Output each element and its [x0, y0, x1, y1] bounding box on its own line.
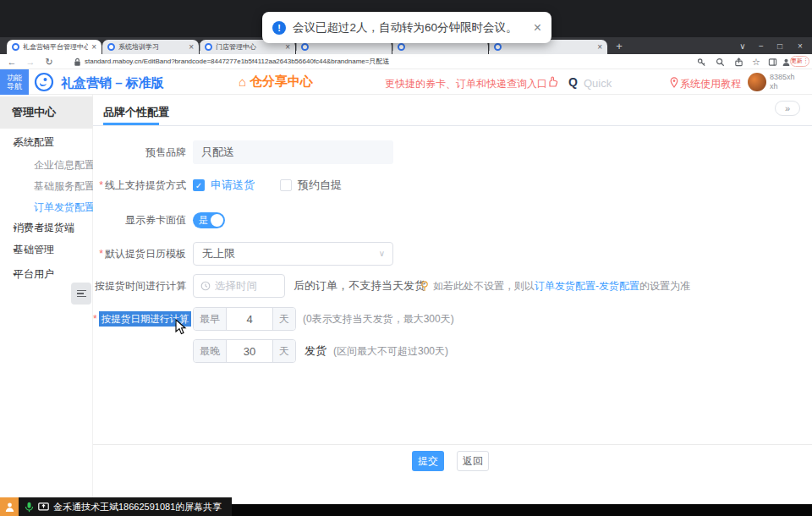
back-icon[interactable]: ← [5, 54, 19, 69]
ship-text: 发货 [304, 343, 326, 359]
window-minimize-icon[interactable]: − [753, 37, 770, 54]
tab-close-icon[interactable]: × [597, 43, 602, 52]
time-suffix-text: 后的订单，不支持当天发货 [294, 278, 425, 294]
user-id: 8385xh [770, 73, 795, 81]
form-row-calendar: *默认提货日历模板 无上限 ∨ [93, 242, 393, 266]
delivery-label: *线上支持提货方式 [93, 178, 189, 193]
checkbox-apply-delivery[interactable]: ✓ [193, 179, 205, 191]
reload-icon[interactable]: ↻ [42, 54, 56, 69]
tip-link[interactable]: 订单发货配置-发货配置 [535, 280, 639, 292]
favicon-icon [398, 43, 405, 51]
sidebar-title: 管理中心 [0, 96, 93, 129]
new-tab-button[interactable]: + [612, 39, 626, 52]
earliest-input-group: 最早 天 [193, 307, 296, 331]
submit-button[interactable]: 提交 [412, 451, 444, 471]
address-bar: ← → ↻ standard.maboy.cn/EditBand?brandco… [0, 54, 812, 69]
sidebar-collapse-button[interactable] [71, 283, 91, 305]
form-row-presale: 预售品牌 [93, 140, 393, 164]
screen-share-icon [38, 502, 49, 512]
calendar-select[interactable]: 无上限 ∨ [193, 242, 393, 266]
earliest-addon: 最早 [194, 308, 227, 330]
quick-search-icon[interactable]: Q [568, 75, 578, 89]
tutorial-link[interactable]: 系统使用教程 [680, 77, 741, 91]
checkbox-self-pickup[interactable] [280, 179, 292, 191]
share-icon[interactable] [734, 58, 743, 67]
nav-label-line1: 功能 [7, 74, 22, 82]
desktop: 礼盒营销平台管理中心 × 系统培训学习 × 门店管理中心 × [0, 0, 812, 516]
favicon-icon [301, 43, 309, 51]
window-maximize-icon[interactable]: □ [771, 37, 788, 54]
lock-icon [73, 58, 82, 67]
mouse-cursor [175, 319, 187, 336]
sidebar-item-basic-service[interactable]: 基础服务配置 [34, 179, 95, 194]
bookmark-star-icon[interactable]: ☆ [749, 54, 763, 69]
key-icon[interactable] [697, 58, 706, 67]
zoom-icon[interactable] [716, 58, 725, 67]
hand-pointer-icon [546, 76, 558, 88]
earliest-days-input[interactable] [227, 308, 272, 330]
sidebar-group-system-config[interactable]: ▲ 系统配置 [0, 134, 93, 151]
tip-pin-icon [420, 281, 429, 292]
tab-close-icon[interactable]: × [285, 43, 290, 52]
home-icon: ⌂ [239, 74, 246, 89]
meeting-toast: ! 会议已超过2人，自动转为60分钟限时会议。 × [262, 12, 551, 43]
apply-delivery-label[interactable]: 申请送货 [211, 178, 255, 193]
sidebar-item-enterprise-info[interactable]: 企业信息配置 [34, 158, 95, 173]
person-icon [4, 502, 15, 513]
function-nav-button[interactable]: 功能 导航 [0, 69, 29, 95]
sidebar-group-consumer[interactable]: ▼ 消费者提货端 [0, 219, 93, 236]
browser-tab-1[interactable]: 礼盒营销平台管理中心 × [7, 40, 102, 54]
browser-update-button[interactable]: 更新 ⋮ [790, 56, 809, 67]
browser-tab-2[interactable]: 系统培训学习 × [102, 40, 199, 54]
user-avatar[interactable] [748, 73, 766, 91]
brand-logo-icon [34, 72, 54, 92]
screen-share-pill: 金禾通技术王斌18662591081的屏幕共享 [19, 497, 232, 516]
presale-input[interactable] [193, 140, 393, 164]
toggle-knob [211, 214, 223, 227]
quick-search-label[interactable]: Quick [584, 77, 612, 90]
tab-close-icon[interactable]: × [189, 43, 194, 52]
self-pickup-label[interactable]: 预约自提 [298, 178, 342, 193]
tab-brand-config[interactable]: 品牌个性配置 [103, 105, 169, 120]
check-icon: ✓ [195, 181, 202, 190]
tip-note: 如若此处不设置，则以订单发货配置-发货配置的设置为准 [420, 279, 690, 294]
nav-label-line2: 导航 [7, 82, 22, 91]
tab-close-icon[interactable]: × [91, 43, 96, 52]
tip-prefix: 如若此处不设置，则以 [433, 280, 535, 292]
share-center-link[interactable]: ⌂ 仓分享中心 [239, 74, 313, 90]
sidebar: 管理中心 ▲ 系统配置 企业信息配置 基础服务配置 订单发货配置 ▼ 消费者提货… [0, 95, 93, 504]
day-unit-addon: 天 [272, 308, 295, 330]
clock-icon [200, 281, 211, 291]
browser-window: 礼盒营销平台管理中心 × 系统培训学习 × 门店管理中心 × [0, 37, 812, 504]
tip-suffix: 的设置为准 [639, 280, 690, 292]
info-icon: ! [272, 21, 286, 35]
facevalue-toggle[interactable]: 是 [193, 212, 225, 228]
toast-close-icon[interactable]: × [534, 21, 541, 35]
sidebar-group-platform-users[interactable]: ▼ 平台用户 [0, 266, 93, 283]
app-header: 功能 导航 礼盒营销 – 标准版 ⌂ 仓分享中心 更快捷的券卡、订单和快递查询入… [0, 69, 812, 95]
side-panel-icon[interactable] [768, 58, 777, 67]
participant-icon[interactable] [0, 497, 19, 516]
sidebar-group-basic-mgmt[interactable]: ▼ 基础管理 [0, 241, 93, 258]
window-close-icon[interactable]: × [792, 37, 809, 54]
latest-days-input[interactable] [227, 340, 272, 362]
form-row-delivery: *线上支持提货方式 ✓ 申请送货 预约自提 [93, 177, 342, 194]
time-input[interactable] [215, 280, 274, 292]
form-row-facevalue: 显示券卡面值 是 [93, 211, 225, 228]
sidebar-item-order-shipping[interactable]: 订单发货配置 [34, 200, 95, 215]
app-body: 管理中心 ▲ 系统配置 企业信息配置 基础服务配置 订单发货配置 ▼ 消费者提货… [0, 95, 812, 504]
form-row-date-earliest: *按提货日期进行计算 最早 天 (0表示支持当天发货，最大300天) [93, 307, 454, 331]
panel-collapse-button[interactable]: » [775, 101, 800, 116]
tab-title: 礼盒营销平台管理中心 [23, 42, 88, 52]
forward-icon[interactable]: → [24, 54, 37, 69]
location-pin-icon [670, 77, 678, 88]
required-asterisk: * [93, 313, 97, 325]
url-text[interactable]: standard.maboy.cn/EditBand?brandcode=844… [85, 54, 389, 69]
latest-hint: (区间最大不可超过300天) [333, 344, 448, 359]
back-button[interactable]: 返回 [457, 451, 489, 471]
toggle-on-label: 是 [199, 215, 208, 226]
window-menu-icon[interactable]: ∨ [734, 37, 751, 54]
day-unit-addon: 天 [272, 340, 295, 362]
time-picker[interactable] [193, 274, 285, 298]
main-content: 品牌个性配置 » 预售品牌 *线上支持提货方式 [93, 95, 812, 504]
